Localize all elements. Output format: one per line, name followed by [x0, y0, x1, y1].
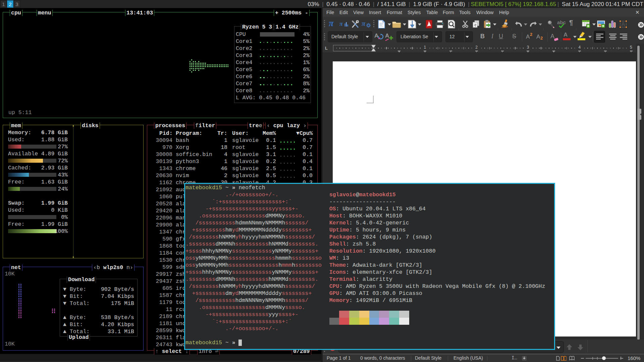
- svg-text:A: A: [621, 21, 625, 28]
